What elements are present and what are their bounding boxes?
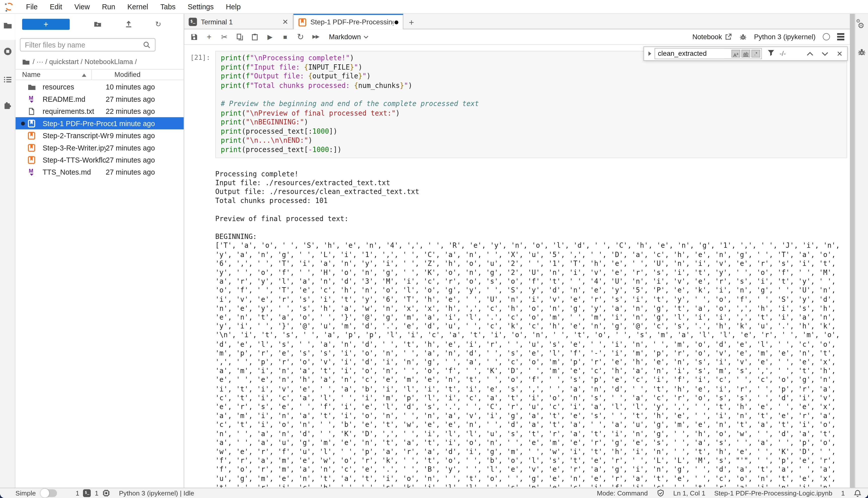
previous-match-icon[interactable]	[807, 52, 813, 55]
regex-toggle[interactable]: .*	[751, 50, 760, 57]
menu-view[interactable]: View	[68, 3, 96, 11]
tab-label: Step-1 PDF-Pre-Processing	[310, 18, 393, 26]
file-name: resources	[42, 83, 106, 91]
filter-icon[interactable]	[767, 49, 775, 59]
scrollbar[interactable]	[850, 14, 855, 488]
restart-run-all-icon[interactable]: ▶▶	[311, 34, 320, 39]
cell-output-text: Processing complete! Input file: ./resou…	[215, 160, 847, 487]
whole-word-toggle[interactable]: ab	[741, 50, 750, 57]
match-case-toggle[interactable]: Aa	[731, 50, 740, 57]
property-inspector-icon[interactable]: ⚙⚙	[858, 22, 865, 29]
column-divider	[91, 69, 92, 80]
file-row[interactable]: Step-4-TTS-Workflow.i...27 minutes ago	[16, 154, 184, 166]
simple-mode-toggle[interactable]	[40, 489, 57, 497]
run-cell-icon[interactable]: ▶	[266, 34, 274, 40]
new-tab-button[interactable]: +	[409, 17, 414, 29]
kernel-status-icon[interactable]	[823, 33, 830, 40]
running-sessions-icon[interactable]	[3, 47, 12, 56]
breadcrumb[interactable]: / ··· / quickstart / NotebookLlama /	[22, 57, 137, 67]
add-cell-icon[interactable]: +	[205, 32, 213, 41]
file-browser-icon[interactable]	[3, 21, 12, 30]
menu-settings[interactable]: Settings	[181, 3, 220, 11]
svg-text:+: +	[96, 22, 98, 27]
bell-icon[interactable]	[854, 489, 861, 497]
file-row[interactable]: resources10 minutes ago	[16, 81, 184, 93]
notebook-toolbar: + ✂ ▶ ■ ↻ ▶▶ Markdown Notebook	[184, 29, 850, 45]
kernels-count[interactable]: 1	[95, 489, 99, 497]
upload-icon[interactable]	[124, 20, 133, 29]
file-name: README.md	[42, 95, 106, 103]
code-line: print(processed_text[-1000:])	[221, 145, 847, 155]
cut-cells-icon[interactable]: ✂	[220, 33, 229, 41]
file-row[interactable]: MREADME.md27 minutes ago	[16, 93, 184, 105]
filter-files-input[interactable]	[25, 39, 136, 50]
file-name: Step-3-Re-Writer.ipynb	[42, 143, 106, 152]
cell-editor[interactable]: print(f"\nProcessing complete!")print(f"…	[215, 51, 847, 158]
restart-kernel-icon[interactable]: ↻	[296, 32, 305, 41]
tab-terminal-1[interactable]: $_ Terminal 1 ✕	[184, 15, 293, 29]
table-of-contents-icon[interactable]	[3, 75, 12, 84]
search-overlay: Aa ab .* -/- ✕	[643, 47, 847, 61]
file-modified: 27 minutes ago	[106, 168, 183, 176]
terminal-status-icon[interactable]: $_	[83, 489, 91, 497]
debugger-bug-icon[interactable]	[739, 33, 747, 41]
file-modified: 27 minutes ago	[106, 156, 183, 164]
file-row[interactable]: Step-2-Transcript-Writ...9 minutes ago	[16, 129, 184, 142]
file-modified: 1 minute ago	[113, 119, 184, 127]
close-search-icon[interactable]: ✕	[837, 50, 843, 58]
menu-help[interactable]: Help	[220, 3, 247, 11]
file-browser-panel: + + ↻ / ··· / quickstart / NotebookLlama…	[16, 14, 184, 488]
file-row[interactable]: Step-3-Re-Writer.ipynb27 minutes ago	[16, 142, 184, 154]
menu-bar: FileEditViewRunKernelTabsSettingsHelp	[0, 0, 868, 14]
extension-manager-icon[interactable]	[3, 101, 12, 110]
open-in-notebook-button[interactable]: Notebook	[692, 33, 732, 41]
tab-step1-notebook[interactable]: Step-1 PDF-Pre-Processing	[293, 14, 403, 29]
cell-type-dropdown[interactable]: Markdown	[329, 33, 369, 41]
next-match-icon[interactable]	[822, 52, 828, 55]
cursor-position[interactable]: Ln 1, Col 1	[673, 489, 705, 497]
breadcrumb-path[interactable]: / ··· / quickstart / NotebookLlama /	[33, 58, 137, 66]
execution-count: [21]:	[184, 51, 215, 158]
file-row[interactable]: requirements.txt22 minutes ago	[16, 105, 184, 117]
kernel-chip-icon[interactable]	[102, 489, 110, 497]
column-modified[interactable]: Modified	[114, 71, 141, 79]
stop-kernel-icon[interactable]: ■	[281, 34, 290, 40]
menu-file[interactable]: File	[20, 3, 44, 11]
file-modified: 10 minutes ago	[106, 83, 183, 91]
new-launcher-button[interactable]: +	[22, 19, 69, 30]
notebook-icon	[298, 18, 307, 26]
file-name: requirements.txt	[42, 107, 106, 115]
file-modified: 27 minutes ago	[106, 95, 183, 103]
right-activity-bar: ⚙⚙	[855, 14, 868, 488]
expand-search-icon[interactable]	[649, 52, 651, 56]
terminals-count[interactable]: 1	[76, 489, 79, 497]
left-activity-bar	[0, 14, 16, 488]
status-bar: Simple 1 $_ 1 Python 3 (ipykernel) | Idl…	[0, 488, 868, 498]
menu-edit[interactable]: Edit	[44, 3, 68, 11]
file-row[interactable]: Step-1 PDF-Pre-Proces...1 minute ago	[16, 117, 184, 129]
close-tab-icon[interactable]: ✕	[278, 17, 289, 26]
file-row[interactable]: MTTS_Notes.md27 minutes ago	[16, 166, 184, 178]
search-input[interactable]	[658, 49, 724, 59]
menu-tabs[interactable]: Tabs	[154, 3, 181, 11]
debugger-icon[interactable]	[858, 48, 866, 58]
file-list: resources10 minutes agoMREADME.md27 minu…	[16, 81, 184, 178]
column-name[interactable]: Name	[22, 71, 40, 79]
notifications-count[interactable]: 1	[841, 489, 845, 497]
kernel-status-text[interactable]: Python 3 (ipykernel) | Idle	[119, 489, 194, 497]
new-folder-icon[interactable]: +	[93, 20, 102, 29]
sort-ascending-icon[interactable]	[82, 74, 87, 77]
file-name: Step-2-Transcript-Writ...	[42, 131, 110, 140]
menu-run[interactable]: Run	[96, 3, 121, 11]
mode-indicator[interactable]: Mode: Command	[597, 489, 648, 497]
svg-text:M: M	[28, 95, 33, 101]
menu-kernel[interactable]: Kernel	[121, 3, 154, 11]
save-icon[interactable]	[190, 33, 198, 41]
toolbar-menu-icon[interactable]	[837, 34, 844, 40]
simple-mode-label: Simple	[16, 489, 36, 497]
kernel-name[interactable]: Python 3 (ipykernel)	[754, 33, 816, 41]
copy-cells-icon[interactable]	[235, 33, 244, 41]
paste-cells-icon[interactable]	[251, 33, 259, 41]
refresh-icon[interactable]: ↻	[154, 20, 163, 29]
notebook-icon	[27, 119, 36, 127]
